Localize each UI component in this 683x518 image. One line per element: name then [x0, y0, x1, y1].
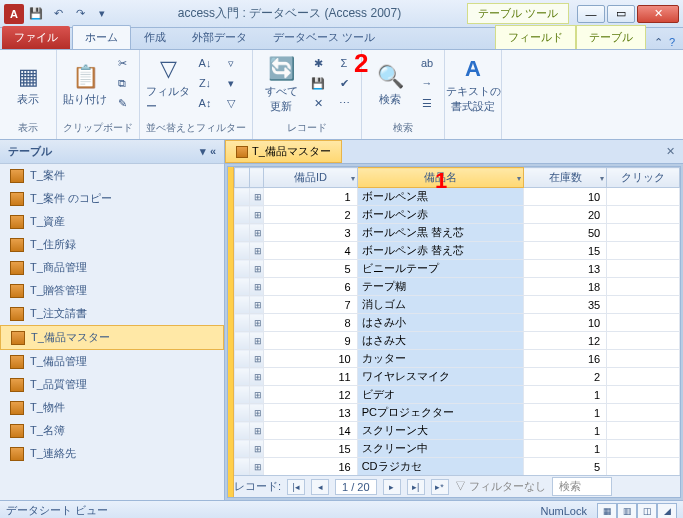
- cell-name[interactable]: スクリーン中: [357, 440, 523, 458]
- cell-id[interactable]: 10: [264, 350, 358, 368]
- next-record-button[interactable]: ▸: [383, 479, 401, 495]
- qat-save-icon[interactable]: 💾: [26, 4, 46, 24]
- cell-stock[interactable]: 5: [524, 458, 607, 476]
- expand-button[interactable]: ⊞: [249, 314, 264, 332]
- cell-name[interactable]: ボールペン赤: [357, 206, 523, 224]
- cell-click[interactable]: [607, 206, 680, 224]
- row-header[interactable]: [235, 206, 250, 224]
- cell-stock[interactable]: 16: [524, 350, 607, 368]
- help-icon[interactable]: ?: [669, 36, 675, 49]
- find-button[interactable]: 🔍検索: [368, 54, 412, 114]
- table-row[interactable]: ⊞11ワイヤレスマイク2: [235, 368, 680, 386]
- row-header[interactable]: [235, 188, 250, 206]
- more-button[interactable]: ⋯: [333, 94, 355, 112]
- tab-field[interactable]: フィールド: [495, 25, 576, 49]
- cell-id[interactable]: 13: [264, 404, 358, 422]
- nav-dropdown-icon[interactable]: ▾: [200, 145, 206, 158]
- cell-id[interactable]: 4: [264, 242, 358, 260]
- nav-collapse-icon[interactable]: «: [210, 145, 216, 158]
- cell-stock[interactable]: 1: [524, 422, 607, 440]
- pivotview-button[interactable]: ▥: [617, 503, 637, 519]
- app-icon[interactable]: A: [4, 4, 24, 24]
- cell-name[interactable]: CDラジカセ: [357, 458, 523, 476]
- expand-button[interactable]: ⊞: [249, 188, 264, 206]
- row-header[interactable]: [235, 278, 250, 296]
- table-row[interactable]: ⊞7消しゴム35: [235, 296, 680, 314]
- advanced-filter-button[interactable]: ▾: [220, 74, 242, 92]
- cell-stock[interactable]: 20: [524, 206, 607, 224]
- row-header[interactable]: [235, 404, 250, 422]
- row-header[interactable]: [235, 242, 250, 260]
- table-row[interactable]: ⊞3ボールペン黒 替え芯50: [235, 224, 680, 242]
- qat-redo-icon[interactable]: ↷: [70, 4, 90, 24]
- row-header[interactable]: [235, 224, 250, 242]
- cell-name[interactable]: ワイヤレスマイク: [357, 368, 523, 386]
- cell-id[interactable]: 9: [264, 332, 358, 350]
- save-record-button[interactable]: 💾: [307, 74, 329, 92]
- col-stock[interactable]: 在庫数▾: [524, 168, 607, 188]
- filter-button[interactable]: ▽フィルター: [146, 54, 190, 114]
- row-header[interactable]: [235, 260, 250, 278]
- cell-name[interactable]: ボールペン黒 替え芯: [357, 224, 523, 242]
- cell-click[interactable]: [607, 332, 680, 350]
- chevron-down-icon[interactable]: ▾: [351, 173, 355, 182]
- cell-name[interactable]: はさみ大: [357, 332, 523, 350]
- expand-button[interactable]: ⊞: [249, 332, 264, 350]
- cell-id[interactable]: 14: [264, 422, 358, 440]
- select-button[interactable]: ☰: [416, 94, 438, 112]
- cell-id[interactable]: 3: [264, 224, 358, 242]
- tab-table[interactable]: テーブル: [576, 25, 646, 49]
- pivotchart-button[interactable]: ◫: [637, 503, 657, 519]
- cell-id[interactable]: 7: [264, 296, 358, 314]
- cell-stock[interactable]: 50: [524, 224, 607, 242]
- row-header[interactable]: [235, 458, 250, 476]
- cell-click[interactable]: [607, 386, 680, 404]
- expand-button[interactable]: ⊞: [249, 260, 264, 278]
- last-record-button[interactable]: ▸|: [407, 479, 425, 495]
- expand-button[interactable]: ⊞: [249, 242, 264, 260]
- row-header[interactable]: [235, 368, 250, 386]
- cell-id[interactable]: 8: [264, 314, 358, 332]
- table-row[interactable]: ⊞1ボールペン黒10: [235, 188, 680, 206]
- table-row[interactable]: ⊞8はさみ小10: [235, 314, 680, 332]
- cell-stock[interactable]: 1: [524, 404, 607, 422]
- cell-click[interactable]: [607, 422, 680, 440]
- nav-item[interactable]: T_案件: [0, 164, 224, 187]
- cell-id[interactable]: 5: [264, 260, 358, 278]
- cell-click[interactable]: [607, 440, 680, 458]
- document-close-button[interactable]: ✕: [658, 145, 683, 158]
- table-row[interactable]: ⊞14スクリーン大1: [235, 422, 680, 440]
- cell-click[interactable]: [607, 260, 680, 278]
- nav-header-title[interactable]: テーブル: [8, 144, 52, 159]
- row-header[interactable]: [235, 422, 250, 440]
- copy-button[interactable]: ⧉: [111, 74, 133, 92]
- qat-undo-icon[interactable]: ↶: [48, 4, 68, 24]
- cell-id[interactable]: 15: [264, 440, 358, 458]
- nav-item[interactable]: T_商品管理: [0, 256, 224, 279]
- goto-button[interactable]: →: [416, 74, 438, 92]
- expand-button[interactable]: ⊞: [249, 458, 264, 476]
- cell-id[interactable]: 16: [264, 458, 358, 476]
- cell-stock[interactable]: 10: [524, 188, 607, 206]
- cell-name[interactable]: はさみ小: [357, 314, 523, 332]
- cell-id[interactable]: 1: [264, 188, 358, 206]
- table-row[interactable]: ⊞5ビニールテープ13: [235, 260, 680, 278]
- table-row[interactable]: ⊞6テープ糊18: [235, 278, 680, 296]
- row-header[interactable]: [235, 296, 250, 314]
- cell-name[interactable]: ボールペン赤 替え芯: [357, 242, 523, 260]
- selection-filter-button[interactable]: ▿: [220, 54, 242, 72]
- expand-button[interactable]: ⊞: [249, 368, 264, 386]
- prev-record-button[interactable]: ◂: [311, 479, 329, 495]
- chevron-down-icon[interactable]: ▾: [517, 173, 521, 182]
- tab-home[interactable]: ホーム: [72, 25, 131, 49]
- table-row[interactable]: ⊞13PCプロジェクター1: [235, 404, 680, 422]
- cell-click[interactable]: [607, 350, 680, 368]
- cell-click[interactable]: [607, 224, 680, 242]
- nav-item[interactable]: T_案件 のコピー: [0, 187, 224, 210]
- cell-click[interactable]: [607, 458, 680, 476]
- table-row[interactable]: ⊞12ビデオ1: [235, 386, 680, 404]
- expand-button[interactable]: ⊞: [249, 386, 264, 404]
- cell-id[interactable]: 2: [264, 206, 358, 224]
- cell-click[interactable]: [607, 404, 680, 422]
- cell-click[interactable]: [607, 368, 680, 386]
